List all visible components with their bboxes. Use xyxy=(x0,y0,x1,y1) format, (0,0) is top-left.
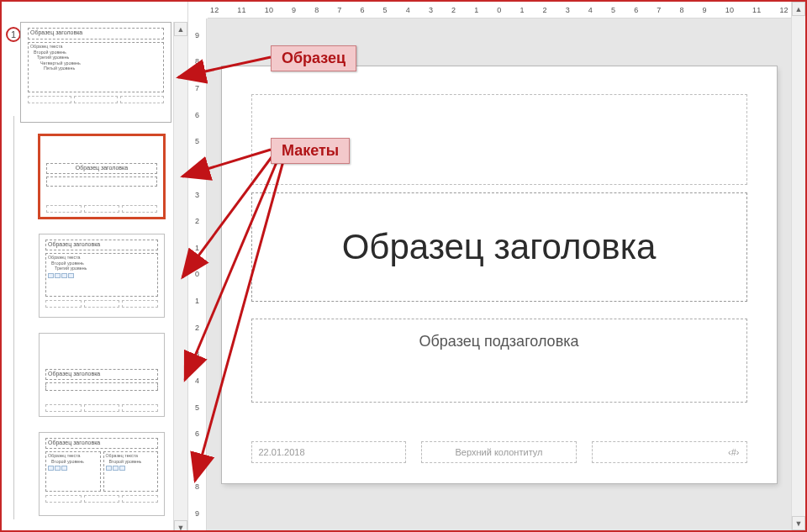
upper-placeholder[interactable] xyxy=(251,94,747,185)
subtitle-placeholder[interactable]: Образец подзаголовка xyxy=(251,319,747,403)
body-label: Образец текста xyxy=(30,44,161,50)
slide-layout-canvas[interactable]: Образец заголовка Образец подзаголовка 2… xyxy=(222,66,777,483)
ph-content-right: Образец текста Второй уровень xyxy=(103,451,159,492)
footer-placeholder[interactable]: Верхний колонтитул xyxy=(421,441,577,463)
ph-title: Образец заголовка xyxy=(45,438,158,449)
pagenum-text: ‹#› xyxy=(728,447,739,457)
lvl2: Второй уровень xyxy=(30,50,161,55)
ph-title: Образец заголовка xyxy=(45,369,158,380)
title-placeholder[interactable]: Образец заголовка xyxy=(251,192,747,302)
ph-footer xyxy=(28,96,71,103)
slide-canvas-area[interactable]: Образец заголовка Образец подзаголовка 2… xyxy=(207,18,791,530)
editor-scrollbar[interactable]: ▲ ▼ xyxy=(791,2,805,530)
ph-title: Образец заголовка xyxy=(28,28,164,40)
ph-footer xyxy=(122,300,158,308)
ph-footer xyxy=(84,495,120,503)
ph-footer xyxy=(84,404,120,412)
ph-footer xyxy=(74,96,118,103)
lvl4: Четвертый уровень xyxy=(30,61,161,66)
master-index-badge: 1 xyxy=(6,27,21,42)
ph-footer xyxy=(84,205,119,213)
subtitle-text: Образец подзаголовка xyxy=(252,333,746,350)
slidenum-placeholder[interactable]: ‹#› xyxy=(592,441,747,463)
horizontal-ruler[interactable]: 1211109876543210123456789101112 xyxy=(208,2,791,18)
slide-master-view: 1 Образец заголовка Образец текста Второ… xyxy=(2,2,805,530)
ph-content-left: Образец текста Второй уровень xyxy=(45,451,101,492)
tree-connector xyxy=(13,116,14,519)
body-label: Образец текста xyxy=(106,453,156,459)
ph-title: Образец заголовка xyxy=(46,163,157,174)
body-label: Образец текста xyxy=(48,255,156,261)
date-text: 22.01.2018 xyxy=(259,447,305,457)
lvl2: Второй уровень xyxy=(106,459,156,465)
layout-thumb-title-content[interactable]: Образец заголовка Образец текста Второй … xyxy=(39,234,165,318)
ph-title: Образец заголовка xyxy=(45,240,158,250)
layout-thumb-title-slide[interactable]: Образец заголовка xyxy=(39,134,165,219)
thumbnail-panel: 1 Образец заголовка Образец текста Второ… xyxy=(2,2,188,530)
ph-footer xyxy=(45,300,82,308)
ph-footer xyxy=(122,404,158,412)
scroll-down-icon[interactable]: ▼ xyxy=(174,520,187,532)
layout-thumb-section-header[interactable]: Образец заголовка xyxy=(39,333,165,417)
lvl3: Третий уровень xyxy=(30,55,161,61)
ph-footer xyxy=(84,300,120,308)
lvl3: Третий уровень xyxy=(48,266,156,271)
layout-thumb-two-content[interactable]: Образец заголовка Образец текста Второй … xyxy=(39,432,165,516)
lvl2: Второй уровень xyxy=(48,261,156,266)
scroll-up-icon[interactable]: ▲ xyxy=(792,2,805,16)
thumbnail-track[interactable]: Образец заголовка Образец текста Второй … xyxy=(2,22,173,530)
ph-footer xyxy=(122,205,157,213)
lvl5: Пятый уровень xyxy=(30,66,161,71)
footer-text: Верхний колонтитул xyxy=(456,447,543,457)
title-text: Образец заголовка xyxy=(252,227,746,267)
vertical-ruler[interactable]: 9876543210123456789 xyxy=(188,18,207,530)
master-thumbnail[interactable]: Образец заголовка Образец текста Второй … xyxy=(20,22,171,123)
ph-footer xyxy=(122,495,158,503)
date-placeholder[interactable]: 22.01.2018 xyxy=(251,441,407,463)
ph-subtitle xyxy=(45,382,158,391)
ph-footer xyxy=(120,96,164,103)
ph-footer xyxy=(45,404,82,412)
scroll-up-icon[interactable]: ▲ xyxy=(174,22,187,36)
body-label: Образец текста xyxy=(48,453,98,459)
ph-subtitle xyxy=(46,176,157,187)
scroll-down-icon[interactable]: ▼ xyxy=(792,516,805,530)
lvl2: Второй уровень xyxy=(48,459,98,465)
ph-content: Образец текста Второй уровень Третий уро… xyxy=(45,253,158,297)
thumbnail-scrollbar[interactable]: ▲ ▼ xyxy=(173,22,187,532)
ph-footer xyxy=(45,495,82,503)
ph-footer xyxy=(46,205,82,213)
ph-body: Образец текста Второй уровень Третий уро… xyxy=(28,42,164,92)
editor-panel: 1211109876543210123456789101112 98765432… xyxy=(188,2,805,530)
